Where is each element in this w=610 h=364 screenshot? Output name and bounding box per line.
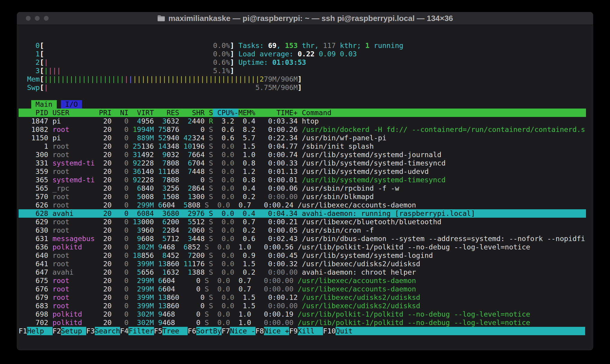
fkey-f5[interactable]: F5 (154, 327, 162, 335)
cpu-meter-1-seg (234, 50, 238, 58)
process-row-300-seg: 0 (116, 151, 128, 159)
process-row-683-seg: 683 (19, 302, 53, 310)
process-row-636[interactable]: 636 polkitd 20 0 302M 9468 6852 S 0.0 1.… (19, 243, 586, 251)
process-row-1150-seg: 52 (158, 134, 167, 142)
uptime-label: Uptime: (238, 58, 272, 67)
table-header[interactable]: PID USER PRI NI VIRT RES SHR S CPU%-MEM%… (19, 109, 586, 117)
swp-meter-seg: ] (297, 83, 302, 92)
process-row-679[interactable]: 679 root 20 0 399M 13860 0 S 0.0 1.5 0:0… (19, 293, 586, 302)
process-row-300-seg: 1.0 0:00.74 /usr/lib/systemd/systemd-jou… (234, 151, 441, 159)
process-row-1847-seg: 4 (137, 117, 141, 125)
process-row-641-seg: 0 (116, 260, 128, 268)
close-button[interactable] (26, 16, 31, 21)
screen-tabs[interactable]: Main I/O (19, 100, 586, 109)
process-row-1847-seg: 0 (116, 117, 128, 125)
process-row-702-seg: 468 0 (162, 318, 205, 327)
process-row-641-seg (154, 260, 158, 268)
process-row-676-seg: 6 (158, 285, 162, 293)
process-row-359-seg (128, 167, 133, 176)
process-row-679-seg: 679 (19, 293, 53, 302)
fkey-setup[interactable]: Setup (61, 327, 86, 335)
function-key-bar[interactable]: F1Help F2Setup F3SearchF4FilterF5Tree F6… (19, 327, 586, 335)
fkey-f10[interactable]: F10 (323, 327, 336, 335)
process-row-647-seg: 647 (19, 268, 53, 276)
load-5-15min: 0.09 0.03 (319, 50, 357, 58)
tab-io[interactable]: I/O (61, 100, 82, 109)
fkey-f8[interactable]: F8 (255, 327, 264, 335)
process-row-1082-seg: /usr/bin/dockerd -H fd:// --containerd=/… (302, 125, 585, 134)
process-row-631[interactable]: 631 messagebus 20 0 9608 5712 3448 S 0.0… (19, 234, 586, 243)
process-row-683[interactable]: 683 root 20 0 399M 13860 0 S 0.0 1.5 0:0… (19, 302, 586, 310)
process-row-1082[interactable]: 1082 root 20 0 1994M 75876 0 S 0.6 8.2 0… (19, 125, 586, 134)
process-row-1150[interactable]: 1150 pi 20 0 889M 52940 42324 S 0.6 5.7 … (19, 134, 586, 142)
header-sort-cpu[interactable]: CPU%- (213, 109, 239, 117)
process-row-1[interactable]: 1 root 20 0 25136 14348 10196 S 0.0 1.5 … (19, 142, 586, 151)
tab-main[interactable]: Main (31, 100, 57, 109)
header-columns[interactable]: PID USER PRI NI VIRT RES SHR S (19, 109, 213, 117)
cpu-meter-0-seg: running (370, 41, 403, 50)
fkey-f9[interactable]: F9 (289, 327, 297, 335)
process-row-565[interactable]: 565 _rpc 20 0 6840 3256 2864 S 0.0 0.4 0… (19, 184, 586, 192)
process-row-570-seg: 570 (19, 192, 53, 201)
process-row-679-seg: 860 0 (167, 293, 209, 302)
fkey-filter[interactable]: Filter (128, 327, 154, 335)
process-row-630-seg: 060 (192, 226, 209, 234)
header-columns-right[interactable]: MEM% TIME+ Command (238, 109, 331, 117)
process-row-640[interactable]: 640 root 20 0 18856 8452 7200 S 0.0 0.9 … (19, 251, 586, 260)
fkey-sortby[interactable]: SortBy (196, 327, 222, 335)
process-row-675[interactable]: 675 root 20 0 299M 6604 0 S 0.0 0.7 0:00… (19, 276, 586, 285)
process-row-679-seg: root (53, 293, 69, 302)
terminal[interactable]: 0[ 0.0%] Tasks: 69, 153 thr, 117 kthr; 1… (19, 25, 586, 335)
fkey-f4[interactable]: F4 (120, 327, 128, 335)
cpu-meter-3-seg: ] (230, 67, 234, 75)
process-row-331-seg (213, 159, 222, 167)
process-row-630-seg (213, 226, 222, 234)
process-row-570-seg: 20 (69, 192, 116, 201)
fkey-kill[interactable]: Kill (298, 327, 323, 335)
process-row-629-seg: 0.0 (222, 218, 234, 226)
process-row-626-seg: 0 (116, 201, 128, 209)
cpu-meter-3-seg: 5.1% (213, 67, 230, 75)
process-row-1847-seg: 3.2 0.4 0:03.34 htop (213, 117, 319, 125)
process-row-1847[interactable]: 1847 pi 20 0 4956 3632 2440 R 3.2 0.4 0:… (19, 117, 586, 125)
fkey-f2[interactable]: F2 (53, 327, 61, 335)
fkey-search[interactable]: Search (95, 327, 120, 335)
zoom-button[interactable] (44, 16, 49, 21)
fkey-nice-plus[interactable]: Nice + (264, 327, 289, 335)
fkey-f1[interactable]: F1 (19, 327, 27, 335)
process-row-647-seg (213, 268, 222, 276)
process-row-702[interactable]: 702 polkitd 20 0 302M 9468 0 S 0.0 1.0 0… (19, 318, 586, 327)
process-row-626-seg (209, 201, 217, 209)
process-row-676[interactable]: 676 root 20 0 299M 6604 0 S 0.0 0.7 0:00… (19, 285, 586, 293)
process-row-679-seg: 0 (116, 293, 128, 302)
process-row-570[interactable]: 570 root 20 0 5008 1508 1300 S 0.0 0.2 0… (19, 192, 586, 201)
process-row-628-selected[interactable]: 628 avahi 20 0 6084 3680 2976 S 0.0 0.4 … (19, 209, 586, 218)
running-count: 1 (365, 41, 370, 50)
process-row-641[interactable]: 641 root 20 0 399M 13860 11176 S 0.0 1.5… (19, 260, 586, 268)
minimize-button[interactable] (35, 16, 40, 21)
fkey-f6[interactable]: F6 (188, 327, 196, 335)
process-row-641-seg (128, 260, 137, 268)
process-row-626[interactable]: 626 root 20 0 299M 6604 5808 S 0.0 0.7 0… (19, 201, 586, 209)
process-row-300[interactable]: 300 root 20 0 31492 9032 7664 S 0.0 1.0 … (19, 151, 586, 159)
fkey-quit[interactable]: Quit (336, 327, 585, 335)
process-row-365[interactable]: 365 systemd-ti 20 0 92228 7808 0 S 0.0 0… (19, 176, 586, 184)
process-row-640-seg: 452 (167, 251, 188, 260)
fkey-f3[interactable]: F3 (86, 327, 95, 335)
process-row-331[interactable]: 331 systemd-ti 20 0 92228 7808 6704 S 0.… (19, 159, 586, 167)
fkey-nice-minus[interactable]: Nice - (230, 327, 255, 335)
fkey-f7[interactable]: F7 (222, 327, 230, 335)
fkey-tree[interactable]: Tree (162, 327, 188, 335)
process-row-565-seg (128, 184, 137, 192)
process-row-640-seg: 640 (19, 251, 53, 260)
process-row-365-seg: 92 (133, 176, 141, 184)
swp-value: 5.75M/906M (255, 83, 298, 92)
process-row-570-seg (213, 192, 222, 201)
process-row-647[interactable]: 647 avahi 20 0 5656 1632 1388 S 0.0 0.2 … (19, 268, 586, 276)
process-row-629[interactable]: 629 root 20 0 13000 6200 5512 S 0.0 0.7 … (19, 218, 586, 226)
process-row-683-seg: 1.5 (234, 302, 268, 310)
process-row-359[interactable]: 359 root 20 0 36140 11168 7448 S 0.0 1.2… (19, 167, 586, 176)
process-row-630[interactable]: 630 root 20 0 3960 2284 2060 S 0.0 0.2 0… (19, 226, 586, 234)
fkey-help[interactable]: Help (27, 327, 53, 335)
process-row-698[interactable]: 698 polkitd 20 0 302M 9468 0 S 0.0 1.0 0… (19, 310, 586, 318)
